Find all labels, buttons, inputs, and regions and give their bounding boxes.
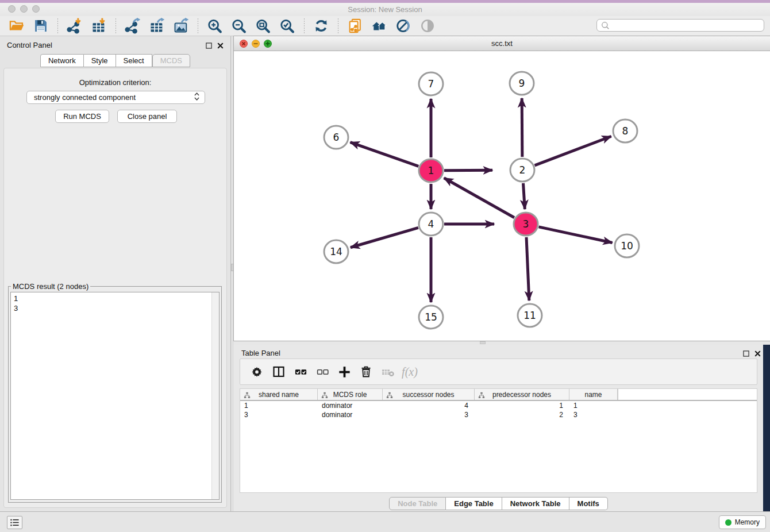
mcds-panel: Optimization criterion: strongly connect… xyxy=(3,68,227,508)
clone-network-icon[interactable] xyxy=(346,17,364,34)
zoom-in-icon[interactable] xyxy=(206,17,224,34)
hide-panels-icon[interactable] xyxy=(395,17,412,34)
graph-node-11[interactable]: 11 xyxy=(518,304,542,327)
memory-button[interactable]: Memory xyxy=(719,515,766,529)
export-network-icon[interactable] xyxy=(124,17,141,34)
float-panel-icon[interactable] xyxy=(743,349,749,359)
graph-node-9[interactable]: 9 xyxy=(510,72,534,95)
graph-edge-2-3[interactable] xyxy=(523,183,525,209)
column-header-name[interactable]: name xyxy=(569,389,618,400)
toolbar-separator xyxy=(198,18,198,33)
split-view-icon[interactable] xyxy=(271,364,287,380)
graph-edge-3-1[interactable] xyxy=(444,178,514,218)
home-icon[interactable] xyxy=(371,17,388,34)
network-canvas[interactable]: 7968124314101511 xyxy=(234,51,770,341)
export-image-icon[interactable] xyxy=(172,17,190,34)
float-panel-icon[interactable] xyxy=(206,41,212,51)
add-column-icon[interactable] xyxy=(336,364,352,380)
deselect-all-icon[interactable] xyxy=(314,364,330,380)
tab-mcds[interactable]: MCDS xyxy=(152,54,190,67)
column-header-predecessor-nodes[interactable]: predecessor nodes xyxy=(475,389,569,400)
column-header-shared-name[interactable]: shared name xyxy=(240,389,318,400)
table-row[interactable]: 3dominator323 xyxy=(240,410,757,419)
graph-edge-1-2[interactable] xyxy=(444,170,492,171)
graph-edge-2-9[interactable] xyxy=(522,98,522,157)
select-all-icon[interactable] xyxy=(292,364,309,380)
apply-layout-icon[interactable] xyxy=(313,17,330,34)
graph-edge-3-10[interactable] xyxy=(538,227,612,243)
run-mcds-button[interactable]: Run MCDS xyxy=(55,110,109,123)
splitter-grip[interactable] xyxy=(480,341,486,344)
graph-node-3[interactable]: 3 xyxy=(514,213,538,236)
graph-node-1[interactable]: 1 xyxy=(419,159,443,182)
table-cell[interactable]: 3 xyxy=(383,410,475,419)
graph-edge-1-6[interactable] xyxy=(351,142,419,167)
open-session-icon[interactable] xyxy=(8,17,25,34)
search-input[interactable] xyxy=(596,19,764,32)
graph-node-10[interactable]: 10 xyxy=(615,234,639,257)
graph-edge-4-14[interactable] xyxy=(351,228,418,247)
zoom-out-icon[interactable] xyxy=(230,17,248,34)
tab-style[interactable]: Style xyxy=(84,54,116,67)
zoom-window-icon[interactable] xyxy=(264,40,272,48)
delete-table-icon xyxy=(380,364,396,380)
zoom-selected-icon[interactable] xyxy=(279,17,296,34)
graph-node-6[interactable]: 6 xyxy=(324,126,348,149)
hierarchy-icon xyxy=(478,391,485,401)
table-cell[interactable]: 1 xyxy=(240,401,318,410)
graph-node-7[interactable]: 7 xyxy=(419,72,443,95)
column-header-successor-nodes[interactable]: successor nodes xyxy=(383,389,475,400)
settings-icon[interactable] xyxy=(249,364,265,380)
table-row[interactable]: 1dominator411 xyxy=(240,401,757,410)
result-scrollbar[interactable] xyxy=(211,292,219,499)
graph-node-15[interactable]: 15 xyxy=(419,306,443,329)
table-cell[interactable]: dominator xyxy=(318,401,383,410)
criterion-dropdown[interactable]: strongly connected component xyxy=(26,91,205,104)
table-cell[interactable]: 3 xyxy=(240,410,318,419)
horizontal-splitter[interactable] xyxy=(234,341,770,345)
memory-label: Memory xyxy=(735,518,760,526)
table-cell[interactable]: 1 xyxy=(475,401,569,410)
mcds-result-textarea[interactable]: 13 xyxy=(10,292,220,500)
export-table-icon[interactable] xyxy=(148,17,165,34)
zoom-fit-icon[interactable] xyxy=(255,17,272,34)
close-panel-icon[interactable] xyxy=(754,349,761,359)
minimize-window-icon[interactable] xyxy=(20,5,28,13)
tab-select[interactable]: Select xyxy=(116,54,152,67)
tab-motifs[interactable]: Motifs xyxy=(569,497,608,510)
save-session-icon[interactable] xyxy=(32,17,49,34)
column-header-MCDS-role[interactable]: MCDS role xyxy=(318,389,383,400)
graph-node-2[interactable]: 2 xyxy=(510,159,534,182)
minimize-window-icon[interactable] xyxy=(252,40,260,48)
table-cell[interactable]: 3 xyxy=(569,410,618,419)
graph-edge-3-11[interactable] xyxy=(526,237,529,300)
graph-node-8[interactable]: 8 xyxy=(613,119,637,142)
table-cell[interactable]: 4 xyxy=(383,401,475,410)
tab-network-table[interactable]: Network Table xyxy=(502,497,569,510)
close-panel-icon[interactable] xyxy=(217,41,224,51)
zoom-window-icon[interactable] xyxy=(32,5,40,13)
import-table-icon[interactable] xyxy=(90,17,107,34)
search-field[interactable] xyxy=(596,19,764,32)
table-cell[interactable]: dominator xyxy=(318,410,383,419)
show-panels-icon xyxy=(419,17,436,34)
node-table: shared nameMCDS rolesuccessor nodesprede… xyxy=(240,388,757,493)
mcds-result-lines: 13 xyxy=(11,292,219,314)
task-history-button[interactable] xyxy=(7,516,22,529)
control-panel-header: Control Panel xyxy=(0,36,230,53)
tab-edge-table[interactable]: Edge Table xyxy=(446,497,502,510)
import-network-icon[interactable] xyxy=(66,17,83,34)
svg-text:1: 1 xyxy=(428,165,434,176)
close-window-icon[interactable] xyxy=(8,5,16,13)
graph-node-14[interactable]: 14 xyxy=(324,240,348,263)
control-panel-tabs: NetworkStyleSelectMCDS xyxy=(0,54,230,67)
close-panel-button[interactable]: Close panel xyxy=(117,110,177,123)
tab-network[interactable]: Network xyxy=(40,54,84,67)
delete-column-icon[interactable] xyxy=(358,364,374,380)
graph-edge-2-8[interactable] xyxy=(535,136,611,165)
table-cell[interactable]: 1 xyxy=(569,401,618,410)
table-cell[interactable]: 2 xyxy=(475,410,569,419)
graph-node-4[interactable]: 4 xyxy=(419,213,443,236)
tab-node-table[interactable]: Node Table xyxy=(389,497,446,510)
close-window-icon[interactable] xyxy=(240,40,248,48)
